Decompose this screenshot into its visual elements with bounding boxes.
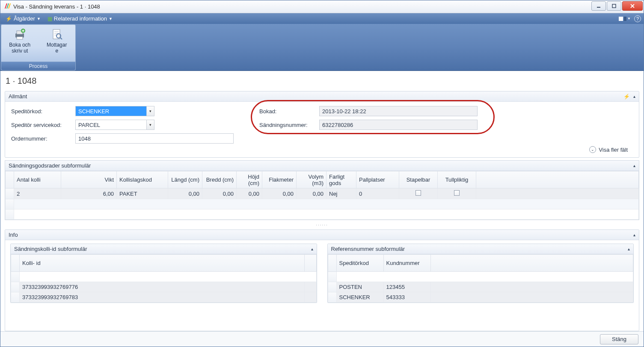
minimize-button[interactable]: [591, 1, 606, 11]
chevron-up-icon[interactable]: ▴: [633, 94, 635, 99]
close-button[interactable]: [622, 1, 643, 11]
col-flakmeter[interactable]: Flakmeter: [262, 171, 297, 188]
input-ordernummer[interactable]: [75, 133, 234, 144]
maximize-button[interactable]: [607, 1, 621, 11]
col-tullpliktig[interactable]: Tullpliktig: [438, 171, 476, 188]
panel-info: Info ▴ Sändningskolli-id subformulär ▴ K…: [5, 229, 639, 331]
menu-actions[interactable]: ⚡ Åtgärder ▼: [3, 15, 43, 23]
col-antal-kolli[interactable]: Antal kolli: [14, 171, 61, 188]
cell[interactable]: 0,00: [297, 188, 326, 199]
col-langd[interactable]: Längd (cm): [168, 171, 202, 188]
col-stapelbar[interactable]: Stapelbar: [399, 171, 438, 188]
cell[interactable]: 373323993932769776: [20, 282, 305, 292]
col-farligt[interactable]: Farligt gods: [326, 171, 356, 188]
input-servicekod[interactable]: [75, 120, 154, 130]
cell[interactable]: PAKET: [117, 188, 168, 199]
menu-related-label: Relaterad information: [54, 15, 107, 22]
col-kollislagskod[interactable]: Kollislagskod: [117, 171, 168, 188]
ribbon-group-process: Boka och skriv ut Mottagar e Process: [1, 24, 76, 71]
dropdown-button[interactable]: ▾: [146, 120, 154, 129]
subpanel-header-ref[interactable]: Referensnummer subformulär ▴: [328, 244, 634, 254]
table-row[interactable]: [328, 272, 633, 282]
table-row[interactable]: 373323993932769783: [11, 292, 317, 303]
col-volym[interactable]: Volym (m3): [297, 171, 326, 188]
col-kolli-id[interactable]: Kolli- id: [20, 255, 305, 272]
row-selector[interactable]: [6, 188, 14, 199]
menu-related-info[interactable]: ▦ Relaterad information ▼: [45, 15, 115, 23]
cell[interactable]: 0,00: [168, 188, 202, 199]
cell[interactable]: POSTEN: [336, 282, 383, 292]
table-row[interactable]: 373323993932769776: [11, 282, 317, 292]
chevron-up-icon[interactable]: ▴: [633, 163, 635, 168]
table-row[interactable]: [6, 209, 639, 220]
close-form-button[interactable]: Stäng: [600, 334, 638, 344]
ribbon-btn-boka-skrivut[interactable]: Boka och skriv ut: [1, 25, 39, 62]
label-speditorkod: Speditörkod:: [11, 108, 75, 115]
table-row[interactable]: [11, 272, 317, 282]
ref-table: Speditörkod Kundnummer POSTEN123455 SCHE…: [328, 254, 634, 303]
label-ordernummer: Ordernummer:: [11, 135, 75, 142]
cell[interactable]: 2: [14, 188, 61, 199]
cell[interactable]: 373323993932769783: [20, 292, 305, 303]
row-selector-header: [328, 255, 336, 272]
col-spacer: [430, 255, 633, 272]
chevron-up-icon[interactable]: ▴: [628, 247, 630, 251]
cell[interactable]: Nej: [326, 188, 356, 199]
cell[interactable]: 543333: [383, 292, 430, 303]
panel-header-general[interactable]: Allmänt ⚡ ▴: [5, 91, 639, 102]
checkbox-icon[interactable]: [454, 190, 460, 196]
cell-stapelbar[interactable]: [399, 188, 438, 199]
cell[interactable]: 0,00: [237, 188, 262, 199]
col-kundnummer[interactable]: Kundnummer: [383, 255, 430, 272]
cell[interactable]: 0: [356, 188, 399, 199]
table-row[interactable]: POSTEN123455: [328, 282, 633, 292]
col-spacer: [304, 255, 316, 272]
ribbon-btn-mottagare[interactable]: Mottagar e: [39, 25, 76, 62]
ribbon: Boka och skriv ut Mottagar e Process: [0, 24, 644, 71]
col-vikt[interactable]: Vikt: [61, 171, 117, 188]
cell[interactable]: SCHENKER: [336, 292, 383, 303]
help-icon[interactable]: ?: [634, 15, 641, 22]
app-icon: [4, 3, 11, 11]
panel-header-goods[interactable]: Sändningsgodsrader subformulär ▴: [5, 161, 639, 171]
show-more-fields[interactable]: ⌄ Visa fler fält: [11, 144, 633, 156]
cell[interactable]: 123455: [383, 282, 430, 292]
table-row[interactable]: 2 6,00 PAKET 0,00 0,00 0,00 0,00 0,00 Ne…: [6, 188, 639, 199]
cell[interactable]: 6,00: [61, 188, 117, 199]
col-speditorkod[interactable]: Speditörkod: [336, 255, 383, 272]
subpanel-header-kolli[interactable]: Sändningskolli-id subformulär ▴: [11, 244, 317, 254]
chevron-up-icon[interactable]: ▴: [311, 247, 313, 251]
cell[interactable]: 0,00: [262, 188, 297, 199]
chevron-down-circle-icon: ⌄: [589, 146, 596, 153]
chevron-down-icon: ▼: [37, 17, 41, 21]
ribbon-btn-label: skriv ut: [12, 48, 28, 54]
lightning-icon: ⚡: [623, 94, 630, 100]
table-row[interactable]: SCHENKER543333: [328, 292, 633, 303]
svg-rect-7: [17, 37, 23, 39]
titlebar: Visa - Sändning leverans - 1 · 1048: [0, 0, 644, 13]
window: Visa - Sändning leverans - 1 · 1048 ⚡ Åt…: [0, 0, 644, 347]
panel-title: Sändningsgodsrader subformulär: [9, 162, 91, 169]
splitter[interactable]: ······: [5, 223, 639, 227]
ribbon-group-title: Process: [1, 62, 75, 70]
panel-goods: Sändningsgodsrader subformulär ▴ Antal k…: [5, 160, 639, 220]
cell-tullpliktig[interactable]: [438, 188, 476, 199]
svg-rect-3: [597, 7, 600, 8]
table-row[interactable]: [6, 199, 639, 209]
col-hojd[interactable]: Höjd (cm): [237, 171, 262, 188]
panel-header-info[interactable]: Info ▴: [5, 230, 639, 240]
dropdown-button[interactable]: ▾: [146, 106, 154, 116]
view-toggle-icon[interactable]: ▼: [619, 17, 631, 21]
ribbon-btn-label: Boka och: [9, 42, 30, 48]
col-bredd[interactable]: Bredd (cm): [202, 171, 237, 188]
panel-title: Sändningskolli-id subformulär: [14, 246, 87, 252]
checkbox-icon[interactable]: [415, 190, 421, 196]
panel-title: Referensnummer subformulär: [331, 246, 405, 252]
lightning-icon: ⚡: [6, 16, 12, 22]
chevron-down-icon: ▼: [109, 17, 113, 21]
chevron-up-icon[interactable]: ▴: [633, 232, 635, 237]
cell[interactable]: 0,00: [202, 188, 237, 199]
col-pallplatser[interactable]: Pallplatser: [356, 171, 399, 188]
ribbon-btn-label: Mottagar: [47, 42, 67, 48]
input-speditorkod[interactable]: [75, 106, 154, 116]
